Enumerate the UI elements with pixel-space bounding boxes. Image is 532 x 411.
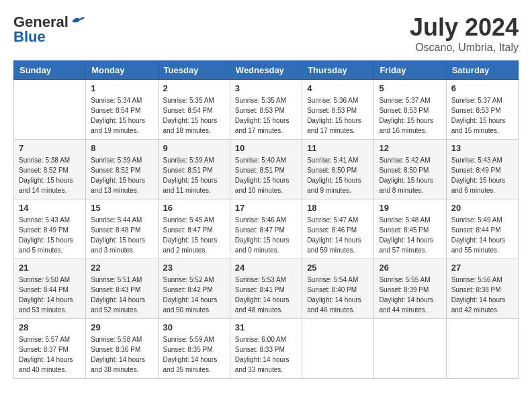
calendar-cell: 9Sunrise: 5:39 AMSunset: 8:51 PMDaylight… — [158, 140, 230, 199]
day-info: Sunrise: 5:56 AMSunset: 8:38 PMDaylight:… — [451, 275, 513, 315]
day-info: Sunrise: 5:44 AMSunset: 8:48 PMDaylight:… — [91, 215, 152, 255]
calendar-cell: 12Sunrise: 5:42 AMSunset: 8:50 PMDayligh… — [374, 140, 446, 199]
calendar-cell: 19Sunrise: 5:48 AMSunset: 8:45 PMDayligh… — [374, 199, 446, 259]
calendar-cell: 27Sunrise: 5:56 AMSunset: 8:38 PMDayligh… — [446, 259, 518, 319]
calendar-cell — [374, 319, 446, 379]
day-number: 6 — [451, 83, 513, 93]
weekday-header-friday: Friday — [374, 61, 446, 80]
day-number: 7 — [19, 143, 81, 153]
day-info: Sunrise: 5:54 AMSunset: 8:40 PMDaylight:… — [307, 275, 369, 315]
calendar-cell: 20Sunrise: 5:49 AMSunset: 8:44 PMDayligh… — [446, 199, 518, 259]
day-number: 18 — [307, 203, 369, 213]
calendar-cell: 30Sunrise: 5:59 AMSunset: 8:35 PMDayligh… — [158, 319, 230, 379]
calendar-cell: 5Sunrise: 5:37 AMSunset: 8:53 PMDaylight… — [374, 80, 446, 140]
calendar-week-row: 21Sunrise: 5:50 AMSunset: 8:44 PMDayligh… — [14, 259, 519, 319]
day-number: 15 — [91, 203, 152, 213]
weekday-header-sunday: Sunday — [14, 61, 86, 80]
calendar-cell: 24Sunrise: 5:53 AMSunset: 8:41 PMDayligh… — [230, 259, 302, 319]
day-info: Sunrise: 5:53 AMSunset: 8:41 PMDaylight:… — [235, 275, 297, 315]
calendar-week-row: 14Sunrise: 5:43 AMSunset: 8:49 PMDayligh… — [14, 199, 519, 259]
logo: General Blue — [13, 13, 85, 46]
calendar-cell: 23Sunrise: 5:52 AMSunset: 8:42 PMDayligh… — [158, 259, 230, 319]
day-info: Sunrise: 5:49 AMSunset: 8:44 PMDaylight:… — [451, 215, 513, 255]
calendar-cell: 22Sunrise: 5:51 AMSunset: 8:43 PMDayligh… — [86, 259, 158, 319]
day-number: 22 — [91, 263, 152, 273]
location-title: Oscano, Umbria, Italy — [410, 42, 519, 54]
day-number: 17 — [235, 203, 297, 213]
day-info: Sunrise: 5:39 AMSunset: 8:52 PMDaylight:… — [91, 155, 152, 195]
day-info: Sunrise: 5:43 AMSunset: 8:49 PMDaylight:… — [451, 155, 513, 195]
day-number: 10 — [235, 143, 297, 153]
day-info: Sunrise: 5:46 AMSunset: 8:47 PMDaylight:… — [235, 215, 297, 255]
weekday-header-row: SundayMondayTuesdayWednesdayThursdayFrid… — [14, 61, 519, 80]
calendar-cell: 14Sunrise: 5:43 AMSunset: 8:49 PMDayligh… — [14, 199, 86, 259]
calendar-cell: 10Sunrise: 5:40 AMSunset: 8:51 PMDayligh… — [230, 140, 302, 199]
day-number: 11 — [307, 143, 369, 153]
day-info: Sunrise: 5:36 AMSunset: 8:53 PMDaylight:… — [307, 95, 369, 136]
day-number: 20 — [451, 203, 513, 213]
calendar-week-row: 7Sunrise: 5:38 AMSunset: 8:52 PMDaylight… — [14, 140, 519, 199]
calendar-cell: 4Sunrise: 5:36 AMSunset: 8:53 PMDaylight… — [302, 80, 374, 140]
day-number: 27 — [451, 263, 513, 273]
weekday-header-wednesday: Wednesday — [230, 61, 302, 80]
day-info: Sunrise: 5:41 AMSunset: 8:50 PMDaylight:… — [307, 155, 369, 195]
day-info: Sunrise: 5:58 AMSunset: 8:36 PMDaylight:… — [91, 334, 152, 375]
day-number: 16 — [163, 203, 225, 213]
calendar-cell: 18Sunrise: 5:47 AMSunset: 8:46 PMDayligh… — [302, 199, 374, 259]
day-info: Sunrise: 5:55 AMSunset: 8:39 PMDaylight:… — [379, 275, 441, 315]
logo-blue-text: Blue — [13, 28, 46, 46]
calendar-cell: 13Sunrise: 5:43 AMSunset: 8:49 PMDayligh… — [446, 140, 518, 199]
day-info: Sunrise: 5:47 AMSunset: 8:46 PMDaylight:… — [307, 215, 369, 255]
day-number: 12 — [379, 143, 441, 153]
day-number: 14 — [19, 203, 81, 213]
page-header: General Blue July 2024 Oscano, Umbria, I… — [13, 13, 519, 54]
day-info: Sunrise: 5:50 AMSunset: 8:44 PMDaylight:… — [19, 275, 81, 315]
calendar-cell: 6Sunrise: 5:37 AMSunset: 8:53 PMDaylight… — [446, 80, 518, 140]
calendar-week-row: 1Sunrise: 5:34 AMSunset: 8:54 PMDaylight… — [14, 80, 519, 140]
calendar-cell: 28Sunrise: 5:57 AMSunset: 8:37 PMDayligh… — [14, 319, 86, 379]
day-info: Sunrise: 5:43 AMSunset: 8:49 PMDaylight:… — [19, 215, 81, 255]
day-info: Sunrise: 5:35 AMSunset: 8:53 PMDaylight:… — [235, 95, 297, 136]
day-number: 9 — [163, 143, 225, 153]
day-number: 8 — [91, 143, 152, 153]
day-info: Sunrise: 5:42 AMSunset: 8:50 PMDaylight:… — [379, 155, 441, 195]
day-number: 5 — [379, 83, 441, 93]
calendar-cell — [446, 319, 518, 379]
title-block: July 2024 Oscano, Umbria, Italy — [410, 13, 519, 54]
day-number: 1 — [91, 83, 152, 93]
calendar-table: SundayMondayTuesdayWednesdayThursdayFrid… — [13, 60, 519, 379]
day-number: 26 — [379, 263, 441, 273]
day-number: 2 — [163, 83, 225, 93]
day-info: Sunrise: 5:34 AMSunset: 8:54 PMDaylight:… — [91, 95, 152, 136]
calendar-cell: 3Sunrise: 5:35 AMSunset: 8:53 PMDaylight… — [230, 80, 302, 140]
day-number: 28 — [19, 322, 81, 332]
calendar-cell — [302, 319, 374, 379]
day-number: 21 — [19, 263, 81, 273]
day-number: 31 — [235, 322, 297, 332]
calendar-cell: 2Sunrise: 5:35 AMSunset: 8:54 PMDaylight… — [158, 80, 230, 140]
weekday-header-monday: Monday — [86, 61, 158, 80]
day-info: Sunrise: 5:52 AMSunset: 8:42 PMDaylight:… — [163, 275, 225, 315]
calendar-cell: 31Sunrise: 6:00 AMSunset: 8:33 PMDayligh… — [230, 319, 302, 379]
day-number: 3 — [235, 83, 297, 93]
weekday-header-tuesday: Tuesday — [158, 61, 230, 80]
calendar-cell: 29Sunrise: 5:58 AMSunset: 8:36 PMDayligh… — [86, 319, 158, 379]
calendar-cell: 7Sunrise: 5:38 AMSunset: 8:52 PMDaylight… — [14, 140, 86, 199]
calendar-cell: 1Sunrise: 5:34 AMSunset: 8:54 PMDaylight… — [86, 80, 158, 140]
weekday-header-saturday: Saturday — [446, 61, 518, 80]
calendar-cell: 11Sunrise: 5:41 AMSunset: 8:50 PMDayligh… — [302, 140, 374, 199]
calendar-cell — [14, 80, 86, 140]
month-title: July 2024 — [410, 13, 519, 42]
day-info: Sunrise: 5:37 AMSunset: 8:53 PMDaylight:… — [379, 95, 441, 136]
day-number: 30 — [163, 322, 225, 332]
day-info: Sunrise: 5:38 AMSunset: 8:52 PMDaylight:… — [19, 155, 81, 195]
day-number: 4 — [307, 83, 369, 93]
day-info: Sunrise: 6:00 AMSunset: 8:33 PMDaylight:… — [235, 334, 297, 375]
day-number: 25 — [307, 263, 369, 273]
calendar-cell: 8Sunrise: 5:39 AMSunset: 8:52 PMDaylight… — [86, 140, 158, 199]
calendar-week-row: 28Sunrise: 5:57 AMSunset: 8:37 PMDayligh… — [14, 319, 519, 379]
day-number: 29 — [91, 322, 152, 332]
calendar-cell: 25Sunrise: 5:54 AMSunset: 8:40 PMDayligh… — [302, 259, 374, 319]
weekday-header-thursday: Thursday — [302, 61, 374, 80]
day-info: Sunrise: 5:57 AMSunset: 8:37 PMDaylight:… — [19, 334, 81, 375]
